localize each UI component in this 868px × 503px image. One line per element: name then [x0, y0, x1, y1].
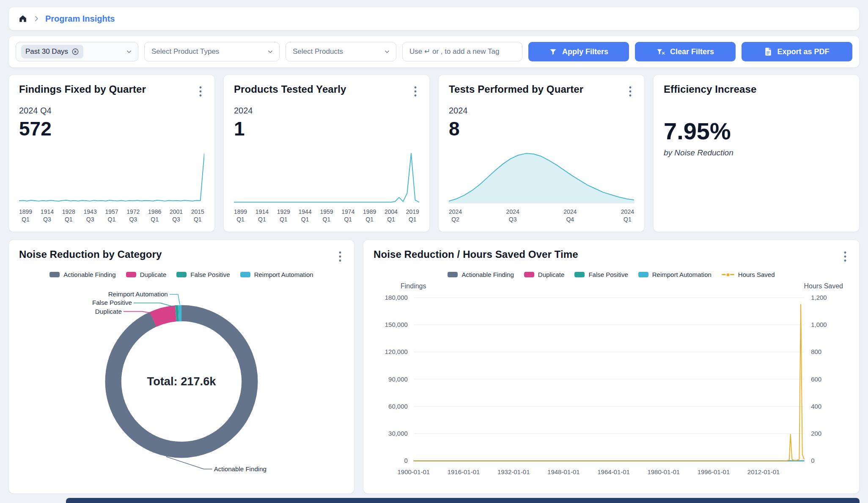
home-icon[interactable] — [18, 14, 27, 23]
x-axis-tick: 1900-01-01 — [398, 468, 430, 475]
legend-swatch — [126, 272, 136, 277]
legend-swatch — [49, 272, 60, 277]
legend-swatch — [722, 274, 734, 275]
breadcrumb-chevron-icon — [33, 15, 40, 22]
x-axis-tick: 1964-01-01 — [597, 468, 630, 475]
tests-area-chart — [449, 150, 634, 205]
card-title: Noise Reduction / Hours Saved Over Time — [374, 249, 578, 260]
card-menu-button[interactable] — [412, 84, 419, 100]
card-title: Noise Reduction by Category — [19, 249, 162, 260]
clear-filters-label: Clear Filters — [670, 47, 714, 56]
tests-performed-by-quarter-card: Tests Performed by Quarter 2024 8 2024Q2… — [438, 75, 645, 232]
export-pdf-button[interactable]: Export as PDF — [742, 42, 852, 61]
legend-swatch — [176, 272, 187, 277]
right-axis-tick: 400 — [811, 403, 821, 410]
efficiency-subtitle: by Noise Reduction — [664, 148, 849, 158]
stat-period: 2024 Q4 — [19, 106, 204, 116]
products-placeholder: Select Products — [291, 47, 343, 56]
callout-label-false-positive: False Positive — [92, 299, 132, 306]
x-tick-label: 1974Q1 — [341, 208, 354, 223]
efficiency-increase-card: Efficiency Increase 7.95% by Noise Reduc… — [653, 75, 860, 232]
stat-period: 2024 — [449, 106, 634, 116]
legend-item-duplicate[interactable]: Duplicate — [524, 271, 565, 278]
legend-item-reimport-automation[interactable]: Reimport Automation — [240, 271, 313, 278]
product-types-select[interactable]: Select Product Types — [144, 42, 280, 61]
noise-reduction-hours-saved-card: Noise Reduction / Hours Saved Over Time … — [363, 240, 860, 494]
legend-label: Reimport Automation — [254, 271, 313, 278]
clear-filters-button[interactable]: Clear Filters — [635, 42, 736, 61]
legend-swatch — [574, 272, 585, 277]
breadcrumb-title[interactable]: Program Insights — [45, 14, 115, 24]
card-menu-button[interactable] — [197, 84, 204, 100]
stat-value: 572 — [19, 117, 204, 140]
x-tick-label: 1914Q3 — [41, 208, 54, 223]
x-tick-label: 1929Q1 — [277, 208, 290, 223]
legend-label: Duplicate — [140, 271, 167, 278]
x-tick-label: 2001Q3 — [170, 208, 183, 223]
stat-period: 2024 — [234, 106, 419, 116]
left-axis-tick: 150,000 — [385, 321, 408, 328]
next-section-peek — [66, 498, 860, 503]
right-axis-tick: 1,000 — [811, 321, 827, 328]
legend-label: False Positive — [588, 271, 628, 278]
legend-swatch — [240, 272, 250, 277]
legend-item-duplicate[interactable]: Duplicate — [126, 271, 167, 278]
card-title: Findings Fixed by Quarter — [19, 83, 146, 95]
x-tick-label: 1914Q1 — [255, 208, 269, 223]
left-axis-tick: 0 — [404, 457, 408, 464]
tag-input[interactable] — [402, 42, 522, 61]
products-sparkline-chart — [234, 150, 419, 205]
x-axis-ticks: 1899Q11914Q31928Q11943Q31957Q11972Q31986… — [19, 208, 204, 223]
x-tick-label: 1986Q1 — [148, 208, 161, 223]
time-series-chart: 180,0001,200150,0001,000120,00080090,000… — [374, 292, 849, 480]
right-axis-tick: 800 — [811, 348, 821, 355]
x-axis-tick: 1948-01-01 — [547, 468, 580, 475]
remove-date-range-icon[interactable] — [71, 48, 79, 55]
legend-item-false-positive[interactable]: False Positive — [574, 271, 628, 278]
legend-item-hours-saved[interactable]: Hours Saved — [722, 271, 775, 278]
noise-reduction-by-category-card: Noise Reduction by Category Actionable F… — [8, 240, 354, 494]
program-insights-page: Program Insights Past 30 Days Select Pro… — [0, 0, 868, 503]
stat-value: 1 — [234, 117, 419, 140]
card-title: Tests Performed by Quarter — [449, 83, 583, 95]
x-axis-ticks: 1899Q11914Q11929Q11944Q11959Q11974Q11989… — [234, 208, 419, 223]
x-tick-label: 1899Q1 — [19, 208, 32, 223]
left-axis-tick: 90,000 — [388, 376, 408, 383]
right-axis-tick: 200 — [811, 430, 821, 437]
filter-icon — [549, 48, 557, 56]
right-axis-title: Hours Saved — [804, 282, 843, 290]
donut-legend: Actionable FindingDuplicateFalse Positiv… — [19, 271, 344, 278]
apply-filters-button[interactable]: Apply Filters — [528, 42, 629, 61]
time-chart-legend: Actionable FindingDuplicateFalse Positiv… — [374, 271, 849, 278]
x-tick-label: 2019Q1 — [406, 208, 419, 223]
x-axis-tick: 1932-01-01 — [497, 468, 530, 475]
card-title: Products Tested Yearly — [234, 83, 346, 95]
legend-label: Actionable Finding — [63, 271, 115, 278]
date-range-select[interactable]: Past 30 Days — [16, 42, 138, 61]
legend-swatch — [638, 272, 648, 277]
callout-leader-line — [170, 294, 180, 304]
card-menu-button[interactable] — [336, 249, 344, 265]
series-line-hours-saved — [414, 304, 804, 461]
card-title: Efficiency Increase — [664, 83, 756, 95]
products-tested-yearly-card: Products Tested Yearly 2024 1 1899Q11914… — [223, 75, 430, 232]
left-axis-tick: 30,000 — [388, 430, 408, 437]
card-menu-button[interactable] — [626, 84, 634, 100]
donut-chart: Total: 217.6kActionable FindingDuplicate… — [19, 280, 344, 485]
products-select[interactable]: Select Products — [286, 42, 396, 61]
stats-row: Findings Fixed by Quarter 2024 Q4 572 18… — [8, 75, 860, 232]
legend-item-reimport-automation[interactable]: Reimport Automation — [638, 271, 711, 278]
x-tick-label: 1957Q1 — [105, 208, 118, 223]
x-tick-label: 1928Q1 — [62, 208, 75, 223]
left-axis-tick: 180,000 — [385, 294, 408, 301]
x-tick-label: 1959Q1 — [320, 208, 333, 223]
filter-x-icon — [656, 48, 665, 56]
card-menu-button[interactable] — [841, 249, 849, 265]
x-axis-ticks: 2024Q22024Q32024Q42024Q1 — [449, 208, 634, 223]
legend-label: Reimport Automation — [652, 271, 711, 278]
x-tick-label: 1944Q1 — [299, 208, 312, 223]
x-tick-label: 2015Q1 — [191, 208, 204, 223]
legend-item-actionable-finding[interactable]: Actionable Finding — [49, 271, 115, 278]
legend-item-actionable-finding[interactable]: Actionable Finding — [448, 271, 514, 278]
legend-item-false-positive[interactable]: False Positive — [176, 271, 230, 278]
